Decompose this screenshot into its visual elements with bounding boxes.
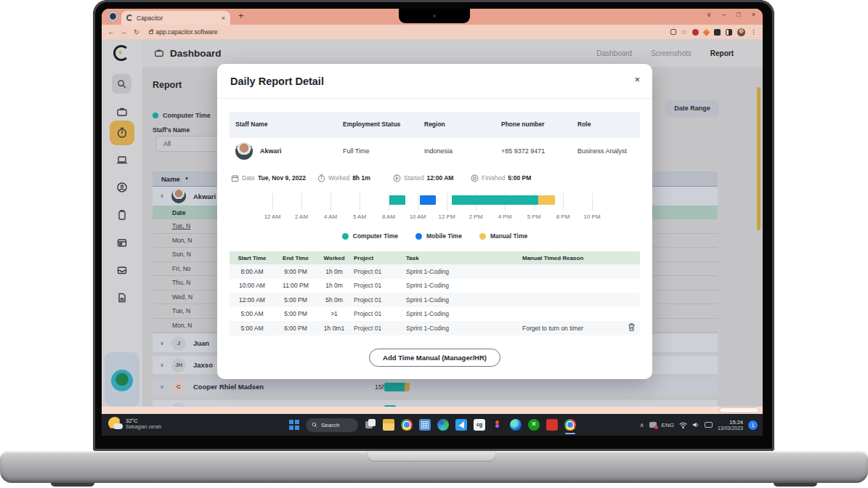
profile-avatar[interactable]	[737, 28, 745, 36]
chrome-icon[interactable]	[401, 419, 413, 431]
cg-app-icon[interactable]: cg	[474, 419, 485, 431]
col-manual-reason: Manual Timed Reason	[520, 255, 625, 261]
finished-label: Finished	[482, 174, 505, 182]
task-view-icon[interactable]	[365, 419, 376, 431]
browser-tab[interactable]: Capacitor ×	[121, 11, 230, 25]
notification-badge[interactable]: 1	[748, 420, 758, 430]
staff-table-header: Staff Name Employment Status Region Phon…	[230, 112, 640, 138]
edge-icon[interactable]	[437, 419, 449, 431]
entry-row[interactable]: 8:00 AM9:00 PM1h 0m Project 01Sprint 1-C…	[230, 264, 640, 279]
browser-app-icon[interactable]	[510, 419, 522, 431]
window-restore-icon[interactable]: ∨	[707, 11, 712, 18]
col-worked: Worked	[317, 255, 352, 261]
red-app-icon[interactable]	[546, 419, 558, 431]
browser-url-bar: ← → ↻ app.capacitor.software ☆ ⋮	[102, 25, 763, 39]
figma-icon[interactable]	[492, 419, 503, 431]
camera-notch	[399, 9, 470, 23]
tab-title: Capacitor	[137, 15, 218, 22]
taskbar-search[interactable]: Search	[306, 418, 358, 432]
cell-staff-name: Akwari	[260, 147, 282, 155]
adblock-extension-icon[interactable]	[692, 29, 699, 36]
col-employment-status: Employment Status	[337, 121, 410, 129]
browser-menu-icon[interactable]: ⋮	[750, 28, 757, 36]
timeline-bar-mobile	[420, 195, 437, 205]
meta-worked: Worked 8h 1m	[317, 173, 370, 183]
browser-action-icons: ☆ ⋮	[670, 28, 757, 36]
touch-keyboard-icon[interactable]	[705, 422, 713, 428]
manual-time-dot	[479, 233, 486, 240]
file-explorer-icon[interactable]	[383, 419, 394, 431]
entry-row[interactable]: 12:00 AM5:00 PM5h 0m Project 01Sprint 1-…	[230, 293, 640, 307]
xbox-icon[interactable]: ✕	[528, 419, 540, 431]
page-scrollbar-thumb[interactable]	[757, 87, 760, 230]
web-page: Dashboard Dashboard Screenshots Report R…	[102, 39, 763, 407]
stopwatch-icon	[317, 174, 325, 182]
weather-temp: 32°C	[126, 418, 161, 424]
col-phone-number: Phone number	[495, 121, 568, 129]
divider	[217, 98, 652, 99]
calendar-icon	[231, 174, 239, 182]
sync-alert-icon[interactable]	[649, 422, 657, 428]
staff-table-row: Akwari Full Time Indonesia +85 9372 9471…	[230, 138, 640, 164]
search-label: Search	[321, 422, 339, 428]
system-tray: ∧ ENG 15:24 13/03/2023 1	[640, 416, 758, 434]
share-icon[interactable]	[670, 29, 676, 35]
tray-date: 13/03/2023	[718, 426, 743, 431]
timeline-bar-computer	[452, 195, 538, 205]
tab-close-icon[interactable]: ×	[222, 15, 225, 22]
mobile-time-dot	[415, 233, 422, 240]
legend-computer-time: Computer Time	[342, 232, 398, 240]
padlock-icon	[149, 30, 153, 34]
extensions-puzzle-icon[interactable]	[714, 29, 721, 36]
entry-row[interactable]: 5:00 AM6:00 PM1h 0m1 Project 01Sprint 1-…	[230, 321, 640, 336]
entries-table-header: Start Time End Time Worked Project Task …	[230, 251, 640, 264]
cell-employment: Full Time	[337, 147, 418, 155]
url-text: app.capacitor.software	[156, 28, 218, 36]
page-bottom-strip	[102, 407, 763, 414]
active-app-indicator	[565, 433, 575, 434]
wifi-icon[interactable]	[679, 422, 687, 428]
back-icon[interactable]: ←	[108, 28, 114, 36]
laptop-foot	[51, 483, 94, 487]
taskbar-weather-widget[interactable]: 32°C Sebagian cerah	[108, 417, 161, 430]
col-role: Role	[572, 121, 640, 129]
entry-row[interactable]: 10:00 AM11:00 PM1h 0m Project 01Sprint 1…	[230, 279, 640, 293]
weather-icon	[108, 417, 121, 430]
laptop-lid-notch	[367, 451, 496, 462]
new-tab-button[interactable]: +	[238, 10, 244, 21]
volume-icon[interactable]	[692, 421, 699, 428]
tray-time: 15:24	[718, 419, 743, 426]
forward-icon[interactable]: →	[121, 28, 127, 36]
add-time-manual-button[interactable]: Add Time Manual (Manager/HR)	[369, 349, 500, 367]
app-grid-icon[interactable]	[419, 419, 431, 431]
window-close-icon[interactable]: ×	[752, 11, 755, 18]
weather-condition: Sebagian cerah	[126, 424, 161, 429]
timer-extension-icon[interactable]	[108, 12, 118, 21]
entry-row[interactable]: 5:00 AM5:00 PM>1 Project 01Sprint 1-Codi…	[230, 307, 640, 322]
extension-icon[interactable]	[703, 28, 710, 36]
laptop-base	[0, 451, 868, 483]
reader-extension-icon[interactable]	[726, 29, 732, 36]
start-button[interactable]	[289, 420, 299, 430]
col-staff-name: Staff Name	[230, 121, 302, 129]
reload-icon[interactable]: ↻	[134, 28, 139, 36]
modal-close-icon[interactable]: ×	[634, 74, 640, 85]
capacitor-favicon	[126, 15, 133, 21]
taskbar-clock[interactable]: 15:24 13/03/2023	[718, 419, 743, 431]
col-start-time: Start Time	[230, 255, 275, 261]
chrome-active-icon[interactable]	[564, 419, 576, 431]
legend-manual-time: Manual Time	[479, 232, 527, 240]
delete-entry-icon[interactable]	[628, 322, 636, 332]
address-field[interactable]: app.capacitor.software	[149, 28, 218, 36]
window-minimize-icon[interactable]: –	[722, 11, 726, 18]
legend-label: Mobile Time	[426, 232, 462, 240]
window-maximize-icon[interactable]: □	[737, 11, 740, 18]
vscode-icon[interactable]	[455, 419, 467, 431]
taskbar-icons: Search cg ✕	[289, 417, 576, 433]
laptop-foot	[774, 483, 817, 487]
bookmark-star-icon[interactable]: ☆	[681, 29, 687, 36]
tray-expand-icon[interactable]: ∧	[640, 422, 644, 428]
timeline-bar-manual	[538, 195, 556, 205]
language-indicator[interactable]: ENG	[662, 422, 674, 428]
worked-label: Worked	[328, 174, 349, 182]
